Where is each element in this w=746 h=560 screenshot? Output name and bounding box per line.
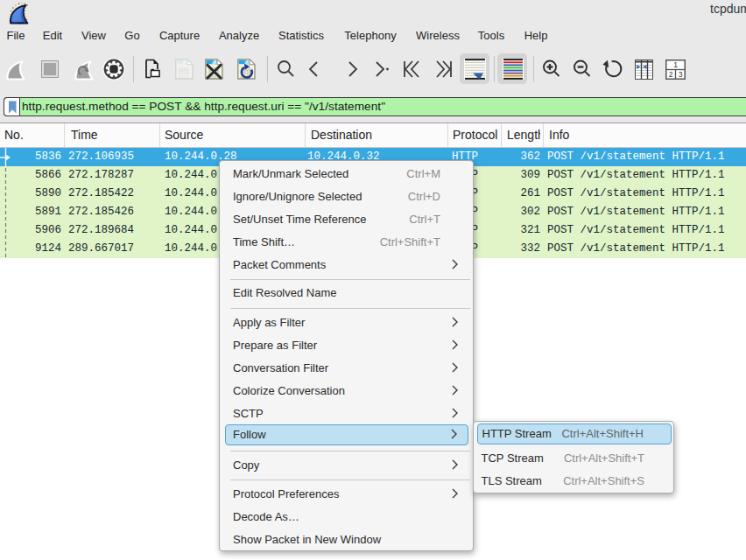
svg-text:3: 3 [679,69,683,78]
svg-text:0111: 0111 [179,74,189,79]
svg-text:1: 1 [673,60,678,69]
svg-text:2: 2 [669,69,673,78]
